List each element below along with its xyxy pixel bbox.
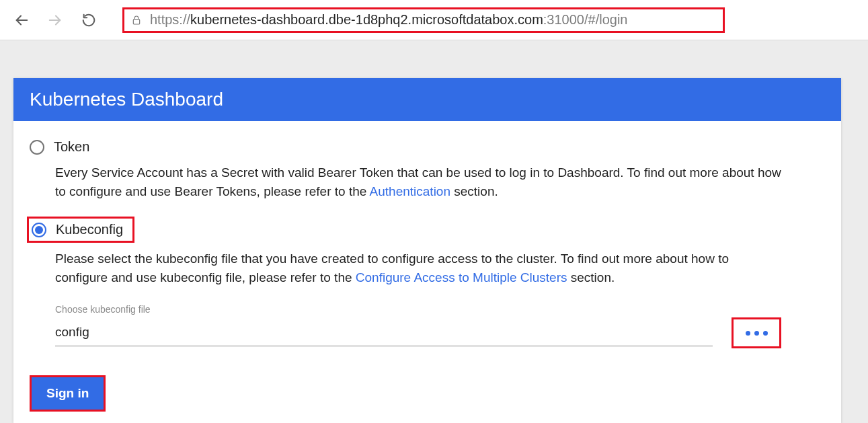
forward-icon[interactable] xyxy=(46,11,65,30)
url-port-path: :31000/#/login xyxy=(543,12,628,28)
browser-toolbar: https:// kubernetes-dashboard.dbe-1d8phq… xyxy=(0,0,868,40)
kubeconfig-desc-after: section. xyxy=(571,270,615,284)
lock-icon xyxy=(131,14,142,26)
back-icon[interactable] xyxy=(12,11,31,30)
more-dots-icon xyxy=(754,331,759,336)
more-dots-icon xyxy=(746,331,750,336)
url-text: https:// kubernetes-dashboard.dbe-1d8phq… xyxy=(150,12,627,28)
page-title: Kubernetes Dashboard xyxy=(13,78,841,121)
refresh-icon[interactable] xyxy=(79,11,98,30)
file-picker-label: Choose kubeconfig file xyxy=(55,303,781,316)
authentication-link[interactable]: Authentication xyxy=(370,184,450,198)
url-host: kubernetes-dashboard.dbe-1d8phq2.microso… xyxy=(190,12,543,28)
option-kubeconfig[interactable]: Kubeconfig xyxy=(30,217,825,243)
token-desc-after: section. xyxy=(454,184,498,198)
address-bar[interactable]: https:// kubernetes-dashboard.dbe-1d8phq… xyxy=(122,7,725,33)
login-card: Kubernetes Dashboard Token Every Service… xyxy=(13,78,841,423)
radio-kubeconfig[interactable] xyxy=(32,223,46,237)
sign-in-button[interactable]: Sign in xyxy=(30,375,106,412)
configure-clusters-link[interactable]: Configure Access to Multiple Clusters xyxy=(356,270,567,284)
option-kubeconfig-label: Kubeconfig xyxy=(56,220,123,239)
page-background: Kubernetes Dashboard Token Every Service… xyxy=(0,40,868,423)
option-token-label: Token xyxy=(54,137,89,157)
radio-token[interactable] xyxy=(30,140,44,155)
more-dots-icon xyxy=(763,331,768,336)
url-scheme: https:// xyxy=(150,12,190,28)
file-picker-value[interactable]: config xyxy=(55,320,713,346)
option-kubeconfig-desc: Please select the kubeconfig file that y… xyxy=(55,249,781,286)
option-token-desc: Every Service Account has a Secret with … xyxy=(55,163,781,200)
file-picker-more-button[interactable] xyxy=(732,317,781,348)
svg-rect-2 xyxy=(133,19,139,24)
kubeconfig-file-picker: Choose kubeconfig file config xyxy=(55,303,781,348)
option-token[interactable]: Token xyxy=(30,137,825,157)
